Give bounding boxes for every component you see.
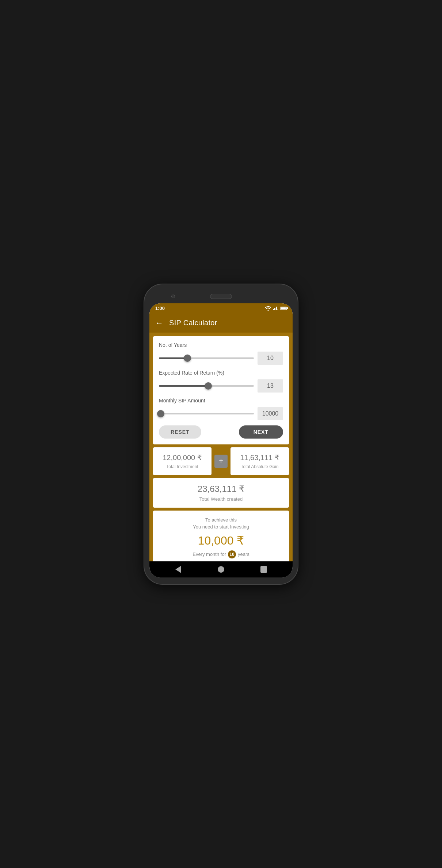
home-nav-icon xyxy=(218,566,224,573)
years-slider-row: 10 xyxy=(159,352,283,365)
status-bar: 1:00 xyxy=(149,303,293,314)
rate-value-box[interactable]: 13 xyxy=(258,379,283,393)
years-slider[interactable] xyxy=(159,354,254,363)
rate-slider-fill xyxy=(159,385,208,387)
sip-label: Monthly SIP Amount xyxy=(159,398,283,403)
rate-slider-track xyxy=(159,385,254,387)
rate-slider-row: 13 xyxy=(159,379,283,393)
wealth-amount: 23,63,111 ₹ xyxy=(159,484,283,494)
phone-top-bar xyxy=(149,291,293,302)
sip-slider[interactable] xyxy=(159,409,254,418)
page-title: SIP Calculator xyxy=(169,319,217,327)
total-investment-amount: 12,00,000 ₹ xyxy=(159,453,206,462)
achieve-bottom: Every month for 10 years xyxy=(159,550,283,558)
buttons-row: RESET NEXT xyxy=(159,425,283,439)
achieve-suffix: years xyxy=(238,551,249,557)
achieve-card: To achieve this You need to start Invest… xyxy=(153,511,289,561)
achieve-top-text: To achieve this You need to start Invest… xyxy=(159,516,283,531)
results-row: 12,00,000 ₹ Total Investment + 11,63,111… xyxy=(153,447,289,475)
nav-recents-button[interactable] xyxy=(259,564,269,575)
sip-slider-row: 10000 xyxy=(159,407,283,420)
total-gain-card: 11,63,111 ₹ Total Absolute Gain xyxy=(230,447,289,475)
recents-nav-icon xyxy=(260,566,267,573)
years-label: No. of Years xyxy=(159,342,283,348)
phone-speaker xyxy=(210,294,232,299)
years-badge: 10 xyxy=(228,550,236,558)
app-bar: ← SIP Calculator xyxy=(149,314,293,333)
achieve-text-line2: You need to start Investing xyxy=(193,524,249,530)
years-value-box[interactable]: 10 xyxy=(258,352,283,365)
sip-slider-track xyxy=(159,413,254,414)
phone-shell: 1:00 ← SIP Calcula xyxy=(144,284,298,584)
reset-button[interactable]: RESET xyxy=(159,425,201,439)
achieve-text-line1: To achieve this xyxy=(205,517,237,523)
nav-home-button[interactable] xyxy=(216,564,226,575)
rate-label: Expected Rate of Return (%) xyxy=(159,370,283,376)
bottom-nav xyxy=(149,561,293,577)
wifi-icon xyxy=(265,306,271,311)
years-slider-track xyxy=(159,357,254,359)
signal-bar-4 xyxy=(277,309,278,310)
total-gain-amount: 11,63,111 ₹ xyxy=(236,453,283,462)
content-area: No. of Years 10 Expected Rate of Return … xyxy=(149,333,293,561)
plus-symbol: + xyxy=(219,457,223,465)
total-investment-label: Total Investment xyxy=(159,464,206,469)
sip-value-box[interactable]: 10000 xyxy=(258,407,283,420)
status-icons xyxy=(265,306,287,311)
signal-bar-1 xyxy=(273,309,274,310)
plus-icon: + xyxy=(214,455,228,468)
phone-screen: 1:00 ← SIP Calcula xyxy=(149,303,293,577)
calculator-card: No. of Years 10 Expected Rate of Return … xyxy=(153,336,289,444)
wealth-label: Total Wealth created xyxy=(159,496,283,502)
signal-bars xyxy=(273,307,278,310)
wealth-card: 23,63,111 ₹ Total Wealth created xyxy=(153,478,289,508)
battery-fill xyxy=(281,307,286,310)
achieve-amount: 10,000 ₹ xyxy=(159,534,283,547)
phone-camera-icon xyxy=(171,295,175,298)
rate-slider-thumb[interactable] xyxy=(205,382,212,390)
total-gain-label: Total Absolute Gain xyxy=(236,464,283,469)
total-investment-card: 12,00,000 ₹ Total Investment xyxy=(153,447,212,475)
years-slider-fill xyxy=(159,357,187,359)
signal-bar-2 xyxy=(274,308,275,310)
achieve-prefix: Every month for xyxy=(193,551,226,557)
next-button[interactable]: NEXT xyxy=(239,425,283,439)
battery-icon xyxy=(280,307,287,310)
rate-slider[interactable] xyxy=(159,382,254,390)
status-time: 1:00 xyxy=(155,306,165,311)
sip-slider-thumb[interactable] xyxy=(157,410,164,417)
back-button[interactable]: ← xyxy=(155,318,163,328)
signal-bar-3 xyxy=(276,307,277,310)
years-slider-thumb[interactable] xyxy=(184,355,191,362)
nav-back-button[interactable] xyxy=(173,564,183,575)
back-nav-icon xyxy=(175,566,181,573)
battery-tip xyxy=(287,307,288,309)
